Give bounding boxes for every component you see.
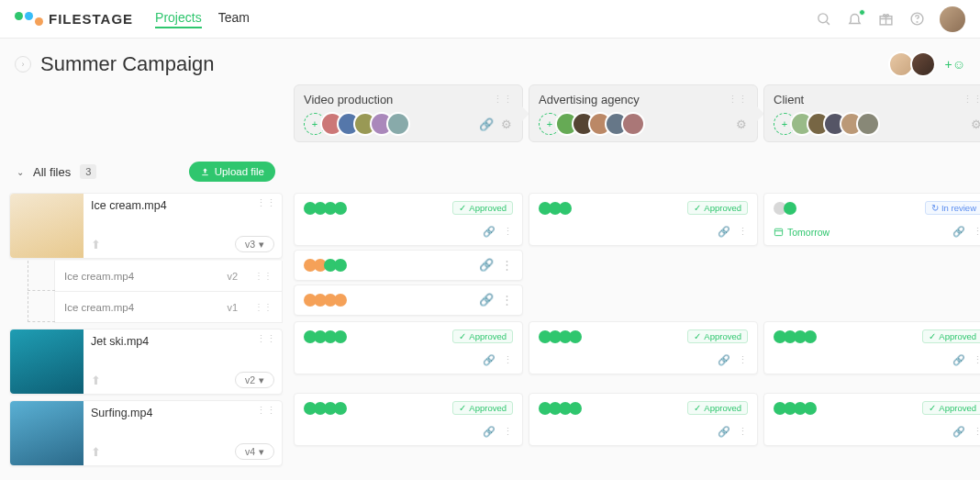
file-version-row[interactable]: Ice cream.mp4v1⋮⋮: [54, 292, 283, 323]
file-version-row[interactable]: Ice cream.mp4v2⋮⋮: [54, 261, 283, 292]
review-card[interactable]: ✓ Approved 🔗⋮: [294, 393, 523, 446]
link-icon[interactable]: 🔗: [952, 426, 965, 438]
logo[interactable]: FILESTAGE: [15, 11, 133, 27]
more-icon[interactable]: ⋮: [738, 426, 748, 438]
svg-point-0: [818, 14, 827, 23]
notification-dot: [859, 9, 865, 16]
upload-version-icon[interactable]: ⬆: [91, 445, 101, 459]
member-avatar[interactable]: [910, 51, 936, 77]
search-icon[interactable]: [815, 11, 831, 28]
reviewer-avatar[interactable]: [621, 112, 645, 136]
link-icon[interactable]: 🔗: [483, 226, 496, 238]
back-chevron-icon[interactable]: ›: [15, 56, 31, 73]
gear-icon[interactable]: ⚙: [970, 117, 980, 130]
gear-icon[interactable]: ⚙: [735, 117, 748, 130]
status-approved: ✓ Approved: [452, 401, 513, 415]
file-thumb: [10, 194, 84, 258]
nav: Projects Team: [155, 10, 250, 28]
collapse-icon[interactable]: ⌄: [17, 167, 24, 177]
more-icon[interactable]: ⋮⋮: [493, 94, 513, 106]
bell-icon[interactable]: [846, 11, 863, 28]
svg-rect-7: [774, 229, 782, 235]
more-icon[interactable]: ⋮⋮: [256, 405, 276, 417]
link-icon[interactable]: 🔗: [479, 293, 494, 307]
board: ⌄ All files 3 Upload file Ice cream.mp4 …: [0, 84, 980, 468]
more-icon[interactable]: ⋮⋮: [256, 333, 276, 345]
status-in-review: ↻ In review: [925, 201, 980, 215]
reviewer-avatar[interactable]: [856, 112, 880, 136]
stage-header: Client⋮⋮ + ⚙: [763, 84, 980, 142]
link-icon[interactable]: 🔗: [718, 226, 730, 238]
review-card[interactable]: 🔗⋮: [294, 285, 523, 316]
link-icon[interactable]: 🔗: [952, 226, 965, 238]
more-icon[interactable]: ⋮⋮: [254, 302, 273, 312]
link-icon[interactable]: 🔗: [480, 117, 493, 130]
more-icon[interactable]: ⋮⋮: [256, 197, 276, 209]
status-approved: ✓ Approved: [452, 201, 513, 215]
file-card[interactable]: Jet ski.mp4 ⋮⋮ ⬆ v2 ▾: [9, 329, 283, 395]
review-card[interactable]: ✓ Approved 🔗⋮: [294, 193, 523, 246]
review-card[interactable]: ✓ Approved 🔗⋮: [529, 393, 758, 446]
more-icon[interactable]: ⋮: [503, 354, 513, 366]
review-card[interactable]: 🔗⋮: [294, 250, 523, 281]
more-icon[interactable]: ⋮: [503, 426, 513, 438]
link-icon[interactable]: 🔗: [483, 426, 496, 438]
version-button[interactable]: v4 ▾: [235, 443, 274, 460]
more-icon[interactable]: ⋮: [738, 354, 748, 366]
review-card[interactable]: ✓ Approved 🔗⋮: [294, 321, 523, 374]
logo-icon: [15, 12, 43, 26]
review-card[interactable]: ✓ Approved 🔗⋮: [763, 393, 980, 446]
nav-projects[interactable]: Projects: [155, 10, 202, 28]
status-approved: ✓ Approved: [922, 401, 980, 415]
all-files-label: All files: [33, 165, 71, 179]
file-name: Surfing.mp4: [91, 407, 274, 419]
stage-title: Advertising agency: [539, 93, 640, 106]
stage-header: Video production⋮⋮ + 🔗⚙: [294, 84, 523, 142]
review-card[interactable]: ✓ Approved 🔗⋮: [529, 321, 758, 374]
help-icon[interactable]: [908, 11, 925, 28]
upload-version-icon[interactable]: ⬆: [91, 374, 101, 387]
more-icon[interactable]: ⋮: [501, 258, 513, 272]
add-member-icon[interactable]: +☺: [945, 57, 965, 72]
review-card[interactable]: ↻ In review Tomorrow🔗⋮: [763, 193, 980, 246]
status-approved: ✓ Approved: [452, 329, 513, 343]
stage-title: Video production: [304, 93, 393, 106]
gift-icon[interactable]: [877, 11, 894, 28]
svg-line-1: [826, 22, 829, 25]
file-card[interactable]: Surfing.mp4 ⋮⋮ ⬆ v4 ▾: [9, 400, 283, 466]
review-card[interactable]: ✓ Approved 🔗⋮: [529, 193, 758, 246]
upload-button[interactable]: Upload file: [189, 162, 275, 182]
link-icon[interactable]: 🔗: [952, 354, 965, 366]
review-card[interactable]: ✓ Approved 🔗⋮: [763, 321, 980, 374]
more-icon[interactable]: ⋮: [973, 354, 980, 366]
more-icon[interactable]: ⋮: [973, 426, 980, 438]
gear-icon[interactable]: ⚙: [500, 117, 513, 130]
more-icon[interactable]: ⋮: [973, 226, 980, 238]
status-approved: ✓ Approved: [687, 329, 748, 343]
upload-label: Upload file: [215, 166, 264, 177]
version-button[interactable]: v3 ▾: [235, 236, 274, 252]
version-button[interactable]: v2 ▾: [235, 372, 274, 388]
file-thumb: [10, 329, 84, 394]
more-icon[interactable]: ⋮⋮: [963, 94, 980, 106]
link-icon[interactable]: 🔗: [718, 426, 730, 438]
user-avatar[interactable]: [940, 6, 965, 32]
more-icon[interactable]: ⋮: [738, 226, 748, 238]
link-icon[interactable]: 🔗: [483, 354, 496, 366]
status-approved: ✓ Approved: [922, 329, 980, 343]
reviewer-avatar[interactable]: [386, 112, 410, 136]
more-icon[interactable]: ⋮⋮: [254, 271, 273, 281]
file-card[interactable]: Ice cream.mp4 ⋮⋮ ⬆ v3 ▾: [9, 193, 283, 259]
status-approved: ✓ Approved: [687, 201, 748, 215]
more-icon[interactable]: ⋮: [501, 293, 513, 307]
file-name: Ice cream.mp4: [91, 199, 274, 212]
link-icon[interactable]: 🔗: [479, 258, 494, 272]
nav-team[interactable]: Team: [218, 10, 250, 28]
more-icon[interactable]: ⋮⋮: [728, 94, 748, 106]
calendar-icon: [774, 227, 784, 237]
stage-column: Client⋮⋮ + ⚙ ↻ In review Tomorrow🔗⋮ ✓ Ap…: [763, 84, 980, 450]
upload-version-icon[interactable]: ⬆: [91, 238, 101, 251]
more-icon[interactable]: ⋮: [503, 226, 513, 238]
app-header: FILESTAGE Projects Team: [0, 0, 980, 39]
link-icon[interactable]: 🔗: [718, 354, 730, 366]
